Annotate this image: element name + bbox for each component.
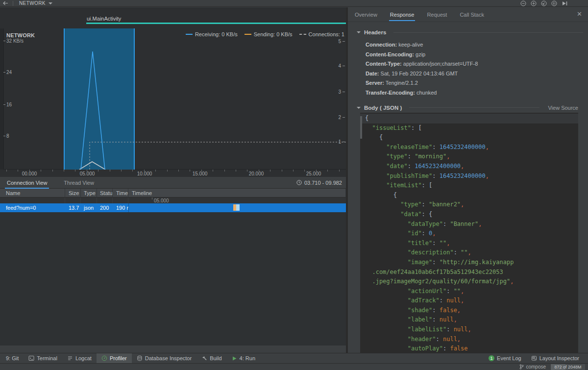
response-header-row: Content-Encoding: gzip [366, 50, 588, 60]
reset-zoom-icon[interactable] [541, 0, 547, 6]
column-header-size[interactable]: Size [65, 189, 81, 197]
body-section-title: Body ( JSON ) [364, 105, 402, 111]
json-line: "data": { [360, 210, 578, 220]
tab-connection-view-label: Connection View [7, 180, 47, 186]
tab-request[interactable]: Request [427, 7, 447, 22]
tab-thread-view[interactable]: Thread View [62, 177, 96, 189]
section-rule [393, 32, 583, 33]
json-line: "type": "banner2", [360, 200, 578, 210]
json-line: .jpeg?imageMogr2/quality/60/format/jpg", [360, 277, 578, 287]
headers-section-header[interactable]: Headers [348, 28, 588, 36]
git-branch-widget[interactable]: compose [519, 364, 546, 370]
json-line: "label": null, [360, 315, 578, 325]
x-axis-tick-label: 10.000 [137, 171, 152, 176]
tab-overview-label: Overview [355, 12, 377, 18]
git-branch-icon [519, 364, 524, 370]
terminal-icon [28, 355, 34, 361]
json-line: "itemList": [ [360, 181, 578, 191]
column-header-timeline[interactable]: Timeline [128, 189, 346, 197]
branch-name: compose [526, 364, 546, 370]
header-value: keep-alive [397, 42, 423, 48]
toolwindow-profiler-label: Profiler [110, 355, 127, 361]
connection-timeline-cell [128, 203, 346, 212]
y-axis-right-tick-label: 2 [338, 115, 341, 120]
legend-item: Receiving: 0 KB/s [186, 31, 238, 37]
back-button[interactable] [0, 0, 11, 6]
toolwindow-layout-inspector[interactable]: Layout Inspector [526, 353, 584, 363]
header-value: application/json;charset=UTF-8 [402, 61, 478, 67]
json-line: "description": "", [360, 248, 578, 258]
x-axis-tick-label: 05.000 [80, 171, 95, 176]
json-body-viewer[interactable]: { "issueList": [ { "releaseTime": 164523… [360, 113, 578, 353]
body-section-header[interactable]: Body ( JSON ) View Source [348, 104, 588, 112]
header-key: Transfer-Encoding: [366, 90, 415, 96]
memory-indicator[interactable]: 872 of 2048M [551, 364, 585, 370]
x-axis-tick-label: 15.000 [193, 171, 208, 176]
x-axis-tick-label: 20.000 [249, 171, 264, 176]
connections-current-marker: 1 [338, 139, 341, 145]
json-scrollbar-thumb[interactable] [360, 116, 362, 139]
layout-inspector-icon [531, 355, 537, 361]
connection-name-cell: feed?num=0 [0, 203, 65, 212]
connection-row-selected[interactable]: feed?num=0 13.7 KB json 200 190 ms [0, 203, 346, 212]
legend-swatch-icon [245, 34, 251, 35]
tab-response-label: Response [390, 12, 415, 18]
connection-type-cell: json [81, 203, 97, 212]
tab-response[interactable]: Response [390, 7, 415, 22]
legend-item: Sending: 0 KB/s [245, 31, 293, 37]
toolwindow-terminal[interactable]: Terminal [24, 353, 62, 363]
toolwindow-run[interactable]: 4: Run [227, 353, 260, 363]
tab-call-stack[interactable]: Call Stack [460, 7, 484, 22]
tab-request-label: Request [427, 12, 447, 18]
timeline-x-axis: 00.00005.00010.00015.00020.00025.000 [0, 170, 346, 177]
header-key: Connection: [366, 42, 397, 48]
network-profiler-stage[interactable]: ui.MainActivity NETWORK Receiving: 0 KB/… [0, 7, 346, 183]
session-selector-label: NETWORK [19, 0, 46, 6]
toolwindow-event-log[interactable]: 1 Event Log [484, 353, 526, 363]
json-line: "image": "http://img.kaiyanapp [360, 258, 578, 268]
session-selector-dropdown[interactable]: NETWORK [15, 0, 56, 6]
close-icon[interactable]: ✕ [577, 11, 582, 17]
header-value: Sat, 19 Feb 2022 04:13:46 GMT [379, 71, 458, 76]
json-line: .com/eef24aa10ab6cf17b5a512943ec22053 [360, 268, 578, 277]
column-header-type[interactable]: Type [81, 189, 97, 197]
response-header-row: Transfer-Encoding: chunked [366, 88, 588, 98]
tab-call-stack-label: Call Stack [460, 12, 484, 18]
header-key: Server: [366, 80, 384, 86]
zoom-in-icon[interactable] [531, 0, 537, 6]
tab-connection-view[interactable]: Connection View [5, 177, 49, 189]
zoom-out-icon[interactable] [520, 0, 526, 6]
column-header-name[interactable]: Name [0, 189, 65, 197]
column-header-time[interactable]: Time [113, 189, 128, 197]
y-axis-tick-label: 8 [6, 133, 9, 139]
x-axis-tick-label: 00.000 [22, 171, 37, 176]
timeline-ruler-row: 05.000 [0, 197, 346, 203]
toolwindow-profiler[interactable]: Profiler [97, 353, 132, 363]
json-line: "labelList": null, [360, 325, 578, 335]
toolwindow-database-inspector-label: Database Inspector [145, 355, 192, 361]
header-key: Content-Encoding: [366, 51, 414, 57]
y-axis-right-tick-label: 5 [338, 39, 341, 44]
attach-to-live-icon[interactable] [562, 0, 567, 6]
toolwindow-build[interactable]: Build [196, 353, 226, 363]
json-line: "date": 1645232400000, [360, 162, 578, 172]
column-header-status[interactable]: Status [97, 189, 113, 197]
collapse-triangle-icon [357, 31, 361, 33]
receiving-series-line [81, 51, 105, 170]
legend-label: Receiving: 0 KB/s [195, 31, 238, 37]
network-usage-chart[interactable]: NETWORK Receiving: 0 KB/sSending: 0 KB/s… [0, 28, 346, 170]
zoom-to-selection-icon[interactable] [551, 0, 557, 6]
json-line: "dataType": "Banner", [360, 220, 578, 229]
toolwindow-git[interactable]: 9: Git [1, 353, 24, 363]
event-log-count-badge: 1 [489, 355, 494, 361]
legend-swatch-icon [299, 34, 306, 35]
view-source-link[interactable]: View Source [548, 105, 578, 111]
toolwindow-logcat-label: Logcat [75, 355, 92, 361]
tab-overview[interactable]: Overview [355, 7, 377, 22]
toolwindow-logcat[interactable]: Logcat [62, 353, 97, 363]
logcat-icon [67, 355, 73, 361]
chevron-down-icon [49, 2, 52, 4]
toolwindow-database-inspector[interactable]: Database Inspector [132, 353, 196, 363]
run-icon [232, 356, 237, 361]
json-line: "type": "morning", [360, 152, 578, 162]
